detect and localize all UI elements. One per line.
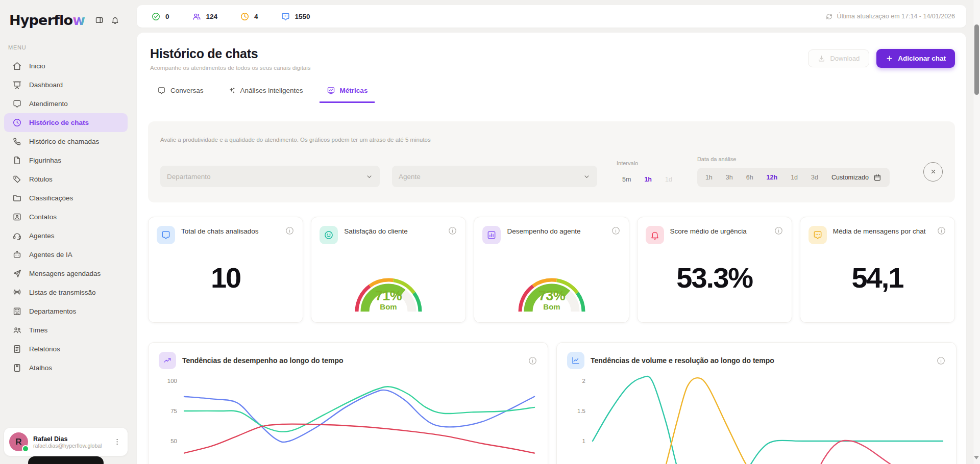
scrollbar-down-arrow[interactable]	[974, 456, 979, 459]
sidebar-item-agentes[interactable]: Agentes	[4, 226, 128, 245]
kebab-icon	[113, 437, 121, 446]
info-button[interactable]	[611, 226, 621, 236]
clock-history-icon	[12, 118, 22, 127]
interval-group: Intervalo 5m1h1d	[617, 160, 678, 187]
agente-placeholder: Agente	[399, 173, 421, 181]
scrollbar-thumb[interactable]	[974, 24, 979, 95]
interval-option-1d[interactable]: 1d	[659, 172, 678, 187]
sidebar-item-times[interactable]: Times	[4, 321, 128, 340]
refresh-button[interactable]	[825, 13, 833, 20]
sidebar-item-classificacoes[interactable]: Classificações	[4, 189, 128, 208]
user-meta: Rafael Dias rafael.dias@hyperflow.global	[33, 435, 107, 449]
department-icon	[12, 306, 22, 316]
info-icon	[936, 356, 946, 366]
user-menu-button[interactable]	[112, 436, 122, 447]
badge-clock[interactable]: 4	[237, 11, 261, 22]
metric-card-satisfacao-do-cliente: Satisfação do cliente71%Bom	[311, 217, 466, 323]
tab-metricas[interactable]: Métricas	[320, 82, 375, 103]
line-chart-icon	[571, 356, 580, 365]
notifications-button[interactable]	[110, 15, 120, 25]
period-option-label: 12h	[767, 174, 778, 181]
sidebar-item-inicio[interactable]: Inicio	[4, 57, 128, 75]
user-card[interactable]: R Rafael Dias rafael.dias@hyperflow.glob…	[4, 428, 128, 456]
tab-conversas[interactable]: Conversas	[150, 82, 211, 103]
contacts-icon	[12, 212, 22, 222]
info-button[interactable]	[774, 226, 783, 236]
last-update-text: Última atualização em 17:14 - 14/01/2026	[837, 13, 955, 20]
info-button[interactable]	[936, 356, 946, 366]
smiley-icon	[324, 230, 334, 240]
sidebar-item-agentes-de-ia[interactable]: Agentes de IA	[4, 245, 128, 264]
download-button[interactable]: Download	[808, 49, 869, 67]
sidebar-item-rotulos[interactable]: Rótulos	[4, 170, 128, 189]
metric-card-score-medio-de-urgencia: Score médio de urgência53.3%	[637, 217, 792, 323]
sidebar-item-relatorios[interactable]: Relatórios	[4, 340, 128, 358]
add-chat-button[interactable]: Adicionar chat	[876, 49, 955, 68]
metric-value: 54,1	[808, 244, 946, 314]
badge-users[interactable]: 124	[189, 11, 221, 22]
y-axis-tick: 2	[582, 378, 585, 384]
period-option-6h[interactable]: 6h	[741, 170, 759, 185]
info-button[interactable]	[285, 226, 295, 236]
info-button[interactable]	[937, 226, 946, 236]
period-option-label: 1h	[705, 174, 713, 181]
badge-check-circle[interactable]: 0	[148, 11, 173, 22]
sidebar-item-dashboard[interactable]: Dashboard	[4, 75, 128, 94]
period-option-3h[interactable]: 3h	[720, 170, 739, 185]
period-option-1h[interactable]: 1h	[700, 170, 718, 185]
analysis-date-group: Data da análise 1h3h6h12h1d3dCustomizado	[697, 156, 890, 187]
sidebar-item-contatos[interactable]: Contatos	[4, 208, 128, 226]
calendar-icon	[873, 173, 881, 182]
period-option-customizado[interactable]: Customizado	[826, 169, 887, 186]
sidebar-item-label: Figurinhas	[29, 157, 61, 164]
tag-icon	[12, 174, 22, 184]
badge-icon-wrap	[240, 12, 250, 21]
info-button[interactable]	[528, 356, 537, 366]
line-chart-plot: 21.510.5	[567, 374, 946, 464]
info-button[interactable]	[448, 226, 457, 236]
metric-card-total-de-chats-analisados: Total de chats analisados10	[148, 217, 303, 323]
sparkles-icon	[227, 86, 236, 95]
interval-option-1h[interactable]: 1h	[639, 172, 657, 187]
tab-analises-inteligentes[interactable]: Análises inteligentes	[220, 82, 310, 103]
sidebar-item-historico-de-chamadas[interactable]: Histórico de chamadas	[4, 132, 128, 151]
collapse-sidebar-button[interactable]	[94, 15, 105, 25]
sidebar-item-label: Listas de transmissão	[29, 289, 96, 296]
badge-value: 4	[254, 13, 258, 20]
period-option-3d[interactable]: 3d	[805, 170, 824, 185]
bell-icon	[650, 230, 660, 240]
metric-card-desempenho-do-agente: Desempenho do agente73%Bom	[474, 217, 629, 323]
interval-option-5m[interactable]: 5m	[617, 172, 636, 187]
chat-icon	[161, 230, 171, 240]
badge-value: 1550	[295, 13, 310, 20]
chat-dots-icon	[813, 230, 823, 240]
agente-select[interactable]: Agente	[392, 166, 597, 187]
page-scrollbar[interactable]	[973, 0, 980, 464]
y-axis-tick: 100	[167, 378, 177, 384]
chart-title: Tendências de volume e resolução ao long…	[591, 356, 930, 365]
sidebar-item-historico-de-chats[interactable]: Histórico de chats	[4, 113, 128, 132]
period-option-1d[interactable]: 1d	[785, 170, 803, 185]
sidebar-item-atendimento[interactable]: Atendimento	[4, 94, 128, 113]
user-name: Rafael Dias	[33, 435, 107, 443]
sidebar-item-departamentos[interactable]: Departamentos	[4, 302, 128, 321]
info-icon	[448, 226, 457, 236]
bell-icon	[111, 16, 119, 24]
sidebar-item-atalhos[interactable]: Atalhos	[4, 358, 128, 377]
sidebar-item-mensagens-agendadas[interactable]: Mensagens agendadas	[4, 264, 128, 283]
info-icon	[937, 226, 946, 236]
badge-chat-dots[interactable]: 1550	[278, 11, 313, 22]
departamento-select[interactable]: Departamento	[160, 166, 380, 187]
clear-filters-button[interactable]	[923, 162, 943, 182]
departamento-placeholder: Departamento	[167, 173, 211, 181]
chart-card-tendencias-de-volume-e-resolucao-ao-longo-do-tempo: Tendências de volume e resolução ao long…	[556, 342, 957, 464]
sidebar-item-label: Atendimento	[29, 100, 68, 108]
line-chart-plot: 100755025	[159, 374, 537, 464]
sidebar-item-listas-de-transmissao[interactable]: Listas de transmissão	[4, 283, 128, 302]
sidebar-item-figurinhas[interactable]: Figurinhas	[4, 151, 128, 170]
robot-icon	[12, 250, 22, 260]
status-badges: 012441550	[148, 11, 313, 22]
clock-icon	[240, 12, 250, 21]
gauge: 71%Bom	[345, 267, 432, 314]
period-option-12h[interactable]: 12h	[761, 170, 783, 185]
